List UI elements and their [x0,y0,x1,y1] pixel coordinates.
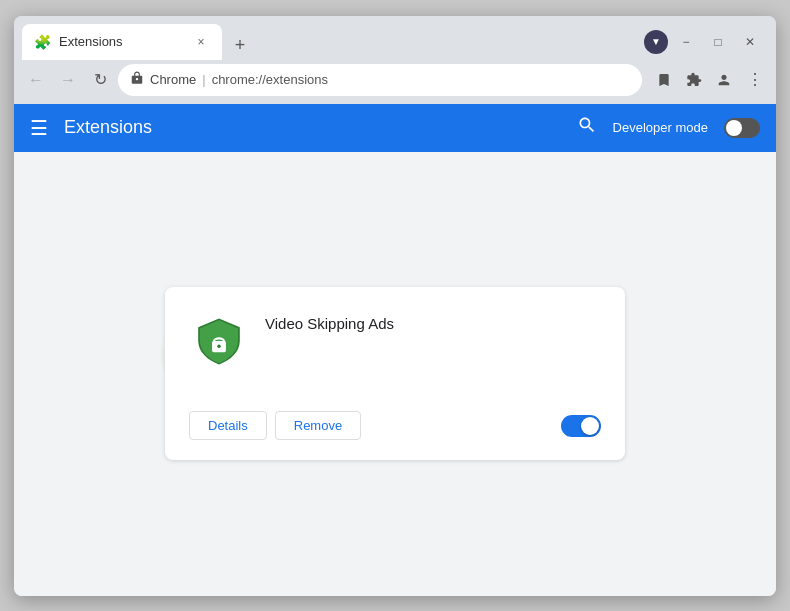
back-button[interactable]: ← [22,66,50,94]
tab-title: Extensions [59,34,184,49]
developer-mode-label: Developer mode [613,120,708,135]
toggle-knob [726,120,742,136]
extension-enable-toggle[interactable] [561,415,601,437]
content-area: 🔍 RISK.COM Video Skipping Ads [14,152,776,596]
maximize-button[interactable]: □ [704,28,732,56]
new-tab-button[interactable]: + [226,32,254,60]
extension-info: Video Skipping Ads [265,311,394,332]
extension-name: Video Skipping Ads [265,315,394,332]
extension-card: Video Skipping Ads Details Remove [165,287,625,460]
extension-header: Video Skipping Ads [189,311,601,371]
hamburger-menu-icon[interactable]: ☰ [30,116,48,140]
extensions-header: ☰ Extensions Developer mode [14,104,776,152]
close-button[interactable]: ✕ [736,28,764,56]
developer-mode-toggle[interactable] [724,118,760,138]
page-title: Extensions [64,117,561,138]
extension-footer: Details Remove [189,411,601,440]
remove-button[interactable]: Remove [275,411,361,440]
chrome-menu-button[interactable]: ⋮ [740,66,768,94]
address-separator: | [202,72,205,87]
address-bar[interactable]: Chrome | chrome://extensions [118,64,642,96]
extensions-toolbar-button[interactable] [680,66,708,94]
secure-icon [130,71,144,88]
browser-window: 🧩 Extensions × + ▼ − □ ✕ ← → ↻ Chrome [14,16,776,596]
extension-icon-wrap [189,311,249,371]
nav-bar: ← → ↻ Chrome | chrome://extensions ⋮ [14,60,776,104]
tabs-area: 🧩 Extensions × + [22,24,644,60]
search-icon[interactable] [577,115,597,140]
tab-extensions-icon: 🧩 [34,34,51,50]
bookmark-button[interactable] [650,66,678,94]
tab-close-button[interactable]: × [192,33,210,51]
profile-dropdown[interactable]: ▼ [644,30,668,54]
extension-shield-icon [193,315,245,367]
title-bar: 🧩 Extensions × + ▼ − □ ✕ [14,16,776,60]
details-button[interactable]: Details [189,411,267,440]
address-path: chrome://extensions [212,72,328,87]
active-tab[interactable]: 🧩 Extensions × [22,24,222,60]
forward-button[interactable]: → [54,66,82,94]
minimize-button[interactable]: − [672,28,700,56]
nav-actions: ⋮ [650,66,768,94]
svg-point-2 [217,344,220,347]
extension-buttons: Details Remove [189,411,361,440]
profile-button[interactable] [710,66,738,94]
reload-button[interactable]: ↻ [86,66,114,94]
address-domain: Chrome [150,72,196,87]
extension-toggle-knob [581,417,599,435]
